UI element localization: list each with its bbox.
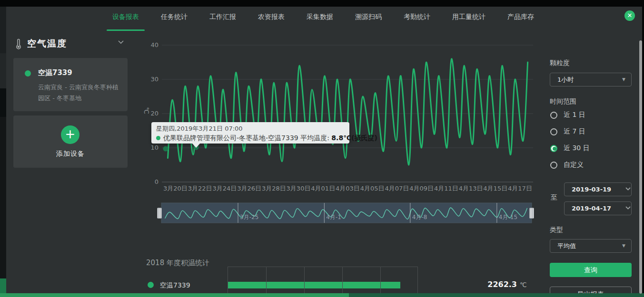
radio-0[interactable]: 近 1 日: [550, 111, 585, 119]
tab-4[interactable]: 采集数据: [307, 13, 333, 28]
add-device-label: 添加设备: [13, 150, 128, 158]
x-tick: 4月17日: [508, 184, 532, 193]
x-tick: 3月30日: [287, 184, 311, 193]
accumulated-unit: ℃: [520, 281, 527, 288]
type-label: 类型: [550, 226, 563, 234]
x-tick: 4月03日: [336, 184, 360, 193]
temperature-line-chart[interactable]: [143, 38, 543, 186]
accumulated-value: 2262.3: [457, 280, 517, 289]
x-tick: 3月22日: [188, 184, 212, 193]
type-select[interactable]: 平均值 ▼: [550, 239, 632, 253]
tab-2[interactable]: 工作汇报: [209, 13, 236, 28]
tab-3[interactable]: 农资报表: [258, 13, 285, 28]
bottom-bar-right: [349, 293, 644, 297]
x-axis-labels: 3月20日3月22日3月24日3月26日3月28日3月30日4月01日4月03日…: [163, 184, 532, 193]
tooltip-pointer: [192, 144, 200, 148]
x-tick: 3月20日: [163, 184, 188, 193]
bar-series-name: 空温7339: [160, 281, 190, 290]
radio-3[interactable]: 自定义: [550, 161, 584, 169]
vertical-scrollbar[interactable]: [639, 40, 642, 294]
device-status-dot: [25, 70, 31, 77]
tab-1[interactable]: 任务统计: [161, 13, 188, 28]
close-icon[interactable]: ✕: [624, 10, 635, 21]
radio-2[interactable]: 近 30 日: [550, 144, 590, 153]
chart-tooltip: 星期四,2019年3月21日 07:00 优果联品牌管理有限公司-冬枣基地-空温…: [151, 122, 349, 144]
device-location: 云南宜良 - 云南宜良冬枣种植园区 - 冬枣基地: [38, 82, 119, 104]
accumulated-bar[interactable]: [228, 282, 400, 288]
dropdown-arrow-icon: ▼: [622, 240, 625, 252]
accumulated-bar-chart: [228, 267, 418, 294]
x-tick: 3月28日: [262, 184, 286, 193]
time-range-label: 时间范围: [550, 97, 576, 106]
frame-top: [0, 0, 644, 7]
navigator-label: 4月-1: [326, 213, 341, 221]
radio-label: 近 1 日: [564, 111, 585, 119]
radio-label: 近 7 日: [564, 127, 585, 136]
radio-checked-icon[interactable]: [550, 145, 557, 152]
device-card[interactable]: 空温7339 云南宜良 - 云南宜良冬枣种植园区 - 冬枣基地: [13, 58, 128, 111]
x-tick: 4月05日: [360, 184, 385, 193]
frame-right: [642, 0, 644, 297]
to-date-select[interactable]: 2019-04-17: [564, 201, 632, 215]
dropdown-arrow-icon: ▼: [622, 73, 625, 86]
bar-series-dot: [148, 282, 154, 288]
navigator-label: 3月-25: [240, 213, 258, 221]
x-tick: 4月15日: [483, 184, 507, 193]
report-tabs: 设备报表任务统计工作汇报农资报表采集数据溯源扫码考勤统计用工量统计产品库存: [112, 13, 556, 28]
tab-8[interactable]: 产品库存: [507, 13, 534, 28]
x-tick: 4月11日: [434, 184, 458, 193]
accumulated-title: 2018 年度积温统计: [146, 259, 209, 268]
tab-5[interactable]: 溯源扫码: [355, 13, 382, 28]
tooltip-value: 8.8℃(摄氏度): [331, 134, 377, 142]
granularity-label: 颗粒度: [550, 59, 570, 67]
radio-label: 自定义: [564, 161, 584, 169]
plus-icon: +: [61, 125, 79, 144]
x-tick: 3月26日: [237, 184, 261, 193]
radio-icon[interactable]: [550, 128, 557, 135]
sensor-group-title: 空气温度: [27, 38, 67, 50]
x-tick: 4月07日: [385, 184, 409, 193]
from-date-select[interactable]: 2019-03-19: [564, 182, 632, 196]
series-marker-dot: [156, 136, 160, 140]
granularity-value: 1小时: [557, 76, 574, 83]
granularity-select[interactable]: 1小时 ▼: [550, 73, 632, 86]
query-button[interactable]: 查询: [550, 263, 632, 277]
datazoom-navigator[interactable]: [161, 203, 532, 223]
radio-1[interactable]: 近 7 日: [550, 127, 585, 136]
radio-icon[interactable]: [550, 162, 557, 169]
date-to-label: 至: [551, 193, 557, 202]
background-rail: [0, 7, 6, 297]
add-device-button[interactable]: + 添加设备: [13, 115, 128, 168]
tab-0[interactable]: 设备报表: [112, 13, 139, 28]
device-name: 空温7339: [38, 68, 72, 77]
radio-label: 近 30 日: [564, 144, 590, 153]
tab-7[interactable]: 用工量统计: [452, 13, 485, 28]
datazoom-left-handle[interactable]: [157, 208, 162, 219]
radio-icon[interactable]: [550, 112, 557, 119]
tab-6[interactable]: 考勤统计: [404, 13, 430, 28]
to-date-value: 2019-04-17: [572, 205, 611, 212]
tooltip-prefix: 优果联品牌管理有限公司-冬枣基地-空温7339 平均温度:: [163, 134, 331, 142]
x-tick: 3月24日: [212, 184, 237, 193]
x-tick: 4月01日: [311, 184, 335, 193]
type-value: 平均值: [557, 242, 576, 249]
x-tick: 4月13日: [459, 184, 483, 193]
tooltip-series-line: 优果联品牌管理有限公司-冬枣基地-空温7339 平均温度: 8.8℃(摄氏度): [156, 134, 345, 143]
dashboard-stage: 设备报表任务统计工作汇报农资报表采集数据溯源扫码考勤统计用工量统计产品库存 ✕ …: [0, 0, 644, 297]
navigator-label: 4月-8: [412, 213, 427, 221]
datazoom-right-handle[interactable]: [529, 208, 534, 219]
bottom-bar-left: [0, 293, 349, 297]
x-tick: 4月09日: [409, 184, 434, 193]
navigator-label: 4月-15: [499, 213, 517, 221]
from-date-value: 2019-03-19: [572, 186, 611, 193]
tooltip-date: 星期四,2019年3月21日 07:00: [156, 125, 345, 133]
